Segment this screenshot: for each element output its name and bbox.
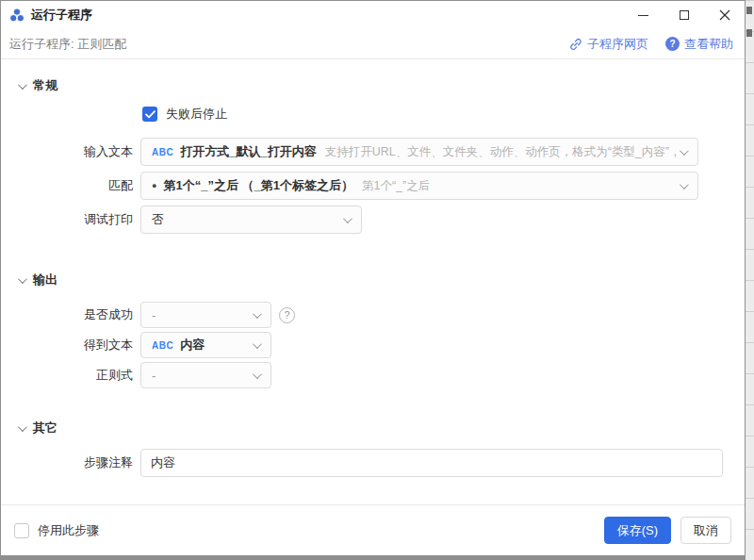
view-help-label: 查看帮助 xyxy=(684,36,733,53)
minimize-button[interactable] xyxy=(623,1,664,29)
subprogram-page-link[interactable]: 子程序网页 xyxy=(569,36,648,53)
success-label: 是否成功 xyxy=(1,306,133,323)
maximize-icon xyxy=(680,10,689,20)
regex-label: 正则式 xyxy=(1,367,133,384)
stop-on-fail-label: 失败后停止 xyxy=(166,106,227,123)
disable-step-checkbox[interactable]: 停用此步骤 xyxy=(14,522,99,539)
minimize-icon xyxy=(638,15,648,16)
save-button[interactable]: 保存(S) xyxy=(604,517,671,544)
chevron-down-icon xyxy=(253,309,262,319)
checkbox-checked-icon xyxy=(142,107,157,122)
section-output-title: 输出 xyxy=(33,272,57,288)
section-output-header[interactable]: 输出 xyxy=(1,272,745,288)
checkbox-unchecked-icon xyxy=(14,523,29,538)
view-help-link[interactable]: ? 查看帮助 xyxy=(665,36,733,53)
section-other-header[interactable]: 其它 xyxy=(1,420,745,436)
input-text-select[interactable]: ABC 打开方式_默认_打开内容 支持打开URL、文件、文件夹、动作、动作页，格… xyxy=(140,138,698,166)
footer-bar: 停用此步骤 保存(S) 取消 xyxy=(1,504,745,555)
debug-print-label: 调试打印 xyxy=(1,211,133,228)
abc-type-icon: ABC xyxy=(152,340,173,351)
step-comment-input[interactable] xyxy=(140,449,723,477)
match-select[interactable]: ● 第1个“_”之后 （_第1个标签之后） 第1个“_”之后 xyxy=(140,172,698,200)
app-icon xyxy=(9,8,25,23)
abc-type-icon: ABC xyxy=(152,147,173,157)
success-value: - xyxy=(152,308,156,322)
regex-select[interactable]: - xyxy=(140,362,271,388)
maximize-button[interactable] xyxy=(664,1,704,29)
disable-step-label: 停用此步骤 xyxy=(38,522,99,539)
close-icon xyxy=(719,9,730,21)
input-text-label: 输入文本 xyxy=(1,143,133,160)
window-title: 运行子程序 xyxy=(31,7,92,24)
section-general-title: 常规 xyxy=(33,77,57,94)
chevron-down-icon xyxy=(18,422,27,432)
chevron-down-icon xyxy=(680,180,689,189)
got-text-label: 得到文本 xyxy=(1,337,133,354)
step-breadcrumb: 运行子程序: 正则匹配 xyxy=(9,36,126,53)
step-comment-label: 步骤注释 xyxy=(1,454,133,471)
titlebar: 运行子程序 xyxy=(1,1,745,29)
bullet-icon: ● xyxy=(152,181,156,190)
chevron-down-icon xyxy=(253,370,262,379)
chain-link-icon xyxy=(569,38,582,51)
subprogram-page-label: 子程序网页 xyxy=(587,36,648,53)
close-button[interactable] xyxy=(704,1,745,29)
subheader: 运行子程序: 正则匹配 子程序网页 ? 查看帮助 xyxy=(1,29,745,59)
match-hint: 第1个“_”之后 xyxy=(362,178,680,194)
chevron-down-icon xyxy=(680,146,689,156)
section-general-header[interactable]: 常规 xyxy=(1,77,745,94)
got-text-value: 内容 xyxy=(180,337,205,354)
chevron-down-icon xyxy=(18,80,27,90)
regex-value: - xyxy=(152,369,156,383)
stop-on-fail-checkbox[interactable]: 失败后停止 xyxy=(142,106,227,123)
got-text-select[interactable]: ABC 内容 xyxy=(140,332,271,358)
match-label: 匹配 xyxy=(1,177,133,194)
match-value: 第1个“_”之后 （_第1个标签之后） xyxy=(163,177,353,194)
chevron-down-icon xyxy=(343,214,352,223)
input-text-value: 打开方式_默认_打开内容 xyxy=(180,143,316,160)
debug-print-value: 否 xyxy=(152,211,164,228)
input-text-hint: 支持打开URL、文件、文件夹、动作、动作页，格式为“类型_内容”，例“文件夹_C… xyxy=(325,144,680,160)
debug-print-select[interactable]: 否 xyxy=(140,206,362,234)
section-other-title: 其它 xyxy=(33,420,57,436)
help-icon: ? xyxy=(665,37,680,51)
background-window-sliver xyxy=(746,0,754,560)
chevron-down-icon xyxy=(18,274,27,284)
dialog-window: 运行子程序 运行子程序: 正则匹配 子程序网页 xyxy=(0,0,746,556)
success-help-icon[interactable]: ? xyxy=(279,307,295,323)
chevron-down-icon xyxy=(253,339,262,349)
cancel-button[interactable]: 取消 xyxy=(680,517,731,544)
success-select[interactable]: - xyxy=(140,302,271,328)
